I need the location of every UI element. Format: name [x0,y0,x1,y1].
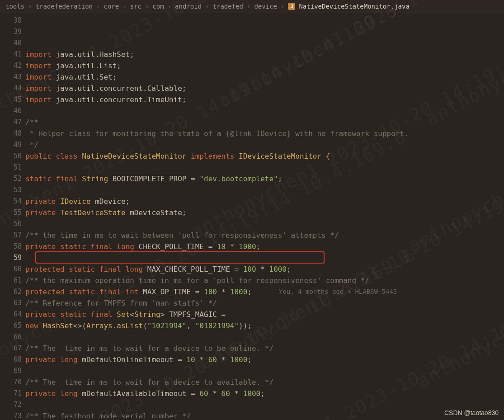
chevron-right-icon: › [168,3,171,10]
code-line[interactable]: public class NativeDeviceStateMonitor im… [25,151,504,162]
git-blame-codelens[interactable]: You, 4 months ago • HLABSW-5445 [279,286,397,297]
line-number: 61 [0,275,22,286]
line-number: 59 [0,252,22,264]
line-number: 41 [0,49,22,60]
line-number: 42 [0,60,22,71]
line-number: 39 [0,26,22,38]
java-file-icon: J [288,3,295,10]
line-number: 66 [0,331,22,343]
code-line[interactable]: protected static final long MAX_CHECK_PO… [25,264,504,275]
line-number: 57 [0,230,22,241]
line-number: 62 [0,286,22,297]
code-line[interactable]: */ [25,139,504,151]
line-number: 50 [0,151,22,162]
code-line[interactable] [25,105,504,117]
line-number: 52 [0,173,22,184]
code-line[interactable] [25,184,504,196]
chevron-right-icon: › [28,3,32,10]
breadcrumb-item[interactable]: tradefed [213,3,243,10]
code-line[interactable]: import java.util.HashSet; [25,49,504,60]
code-line[interactable]: /** Reference for TMPFS from 'man statfs… [25,297,504,309]
code-line[interactable]: private static final long CHECK_POLL_TIM… [25,241,504,252]
code-line[interactable] [25,365,504,377]
line-number: 43 [0,71,22,83]
attribution-text: CSDN @taotao830 [444,409,499,416]
code-area[interactable]: import java.util.HashSet;import java.uti… [25,13,504,418]
breadcrumb-item[interactable]: tools [5,3,24,10]
code-line[interactable]: /** the maximum operation time in ms for… [25,275,504,286]
code-line[interactable]: /** the time in ms to wait between 'poll… [25,230,504,241]
code-line[interactable]: private static final Set<String> TMPFS_M… [25,309,504,320]
breadcrumb-item[interactable]: device [254,3,277,10]
code-line[interactable]: private long mDefaultAvailableTimeout = … [25,388,504,399]
breadcrumb-item[interactable]: android [175,3,202,10]
breadcrumb-file[interactable]: NativeDeviceStateMonitor.java [299,3,409,10]
line-number: 53 [0,184,22,196]
code-line[interactable]: /** [25,117,504,128]
breadcrumb-item[interactable]: tradefederation [36,3,93,10]
code-line[interactable]: /** The time in ms to wait for a device … [25,343,504,354]
code-line[interactable]: static final String BOOTCOMPLETE_PROP = … [25,173,504,184]
code-line[interactable]: protected static final int MAX_OP_TIME =… [25,286,504,297]
chevron-right-icon: › [247,3,250,10]
line-number: 56 [0,218,22,230]
code-line[interactable]: import java.util.Set; [25,71,504,83]
code-line[interactable]: /** The fastboot mode serial number */ [25,411,504,418]
code-line[interactable] [25,399,504,411]
code-line[interactable] [25,331,504,343]
code-line[interactable]: import java.util.concurrent.TimeUnit; [25,94,504,105]
line-number: 46 [0,105,22,117]
code-editor[interactable]: 3839404142434445464748495051525354555657… [0,13,504,418]
line-number: 58 [0,241,22,252]
code-line[interactable]: import java.util.concurrent.Callable; [25,83,504,94]
code-line[interactable]: /** The time in ms to wait for a device … [25,377,504,388]
line-number: 67 [0,343,22,354]
code-line[interactable]: new HashSet<>(Arrays.asList("1021994", "… [25,320,504,331]
line-number: 60 [0,264,22,275]
line-number: 63 [0,297,22,309]
line-number: 40 [0,38,22,49]
code-line[interactable]: private TestDeviceState mDeviceState; [25,207,504,218]
line-number: 65 [0,320,22,331]
line-number: 70 [0,377,22,388]
breadcrumb-item[interactable]: com [152,3,164,10]
line-number: 45 [0,94,22,105]
code-line[interactable] [25,218,504,230]
line-number: 69 [0,365,22,377]
code-line[interactable]: * Helper class for monitoring the state … [25,128,504,139]
line-number: 73 [0,411,22,418]
line-number: 48 [0,128,22,139]
chevron-right-icon: › [122,3,126,10]
line-number: 49 [0,139,22,151]
breadcrumb-item[interactable]: core [104,3,119,10]
line-number: 71 [0,388,22,399]
line-number-gutter: 3839404142434445464748495051525354555657… [0,13,25,418]
breadcrumb: tools›tradefederation›core›src›com›andro… [0,0,504,13]
code-line[interactable]: private IDevice mDevice; [25,196,504,207]
breadcrumb-item[interactable]: src [130,3,141,10]
line-number: 68 [0,354,22,365]
line-number: 64 [0,309,22,320]
code-line[interactable]: private long mDefaultOnlineTimeout = 10 … [25,354,504,365]
line-number: 38 [0,15,22,26]
line-number: 44 [0,83,22,94]
chevron-right-icon: › [205,3,209,10]
chevron-right-icon: › [96,3,100,10]
line-number: 54 [0,196,22,207]
line-number: 72 [0,399,22,411]
code-line[interactable] [25,162,504,173]
code-line[interactable] [25,252,504,264]
chevron-right-icon: › [281,3,284,10]
line-number: 51 [0,162,22,173]
code-line[interactable]: import java.util.List; [25,60,504,71]
line-number: 47 [0,117,22,128]
chevron-right-icon: › [145,3,149,10]
line-number: 55 [0,207,22,218]
